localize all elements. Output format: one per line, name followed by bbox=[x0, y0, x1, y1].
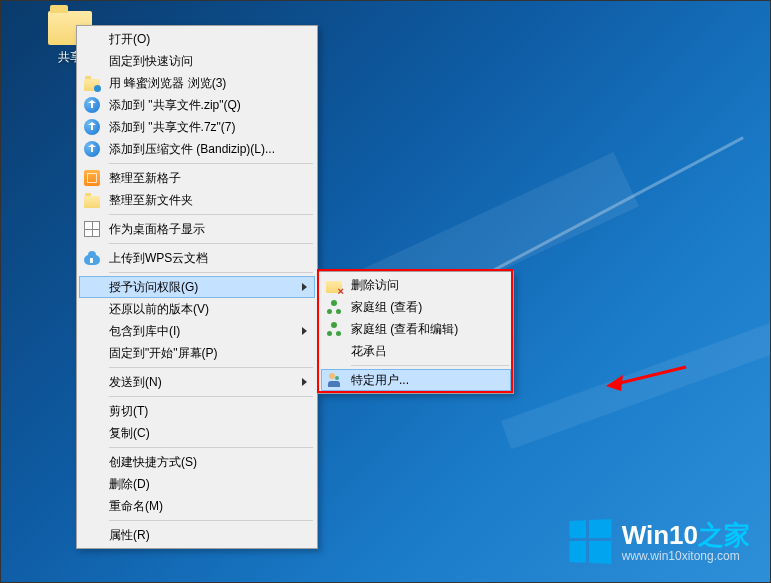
light-beam bbox=[501, 250, 771, 449]
submenu-homegroup-edit[interactable]: 家庭组 (查看和编辑) bbox=[321, 318, 511, 340]
menu-send-to[interactable]: 发送到(N) bbox=[79, 371, 315, 393]
submenu-user[interactable]: 花承吕 bbox=[321, 340, 511, 362]
homegroup-icon bbox=[326, 321, 342, 337]
windows-logo-icon bbox=[569, 519, 612, 565]
menu-open[interactable]: 打开(O) bbox=[79, 28, 315, 50]
menu-cut[interactable]: 剪切(T) bbox=[79, 400, 315, 422]
menu-separator bbox=[351, 365, 509, 366]
menu-separator bbox=[109, 163, 313, 164]
menu-add-archive[interactable]: 添加到压缩文件 (Bandizip)(L)... bbox=[79, 138, 315, 160]
homegroup-icon bbox=[326, 299, 342, 315]
menu-separator bbox=[109, 367, 313, 368]
submenu-remove-access[interactable]: 删除访问 bbox=[321, 274, 511, 296]
submenu-specific-users[interactable]: 特定用户... bbox=[321, 369, 511, 391]
watermark: Win10之家 www.win10xitong.com bbox=[568, 520, 750, 564]
menu-delete[interactable]: 删除(D) bbox=[79, 473, 315, 495]
menu-upload-wps[interactable]: 上传到WPS云文档 bbox=[79, 247, 315, 269]
browser-icon bbox=[84, 79, 100, 91]
menu-include-library[interactable]: 包含到库中(I) bbox=[79, 320, 315, 342]
menu-restore-previous[interactable]: 还原以前的版本(V) bbox=[79, 298, 315, 320]
menu-rename[interactable]: 重命名(M) bbox=[79, 495, 315, 517]
menu-copy[interactable]: 复制(C) bbox=[79, 422, 315, 444]
menu-create-shortcut[interactable]: 创建快捷方式(S) bbox=[79, 451, 315, 473]
grant-access-submenu: 删除访问 家庭组 (查看) 家庭组 (查看和编辑) 花承吕 特定用户... bbox=[318, 271, 514, 394]
context-menu: 打开(O) 固定到快速访问 用 蜂蜜浏览器 浏览(3) 添加到 "共享文件.zi… bbox=[76, 25, 318, 549]
menu-separator bbox=[109, 272, 313, 273]
menu-pin-start[interactable]: 固定到"开始"屏幕(P) bbox=[79, 342, 315, 364]
cloud-icon bbox=[84, 255, 100, 265]
menu-add-7z[interactable]: 添加到 "共享文件.7z"(7) bbox=[79, 116, 315, 138]
menu-properties[interactable]: 属性(R) bbox=[79, 524, 315, 546]
menu-separator bbox=[109, 520, 313, 521]
menu-add-zip[interactable]: 添加到 "共享文件.zip"(Q) bbox=[79, 94, 315, 116]
archive-icon bbox=[84, 119, 100, 135]
menu-browse-honey[interactable]: 用 蜂蜜浏览器 浏览(3) bbox=[79, 72, 315, 94]
menu-grant-access[interactable]: 授予访问权限(G) bbox=[79, 276, 315, 298]
grid-icon bbox=[84, 170, 100, 186]
menu-separator bbox=[109, 447, 313, 448]
folder-icon bbox=[84, 196, 100, 208]
archive-icon bbox=[84, 141, 100, 157]
grid-icon bbox=[84, 221, 100, 237]
submenu-arrow-icon bbox=[302, 327, 307, 335]
menu-show-as-grid[interactable]: 作为桌面格子显示 bbox=[79, 218, 315, 240]
menu-separator bbox=[109, 396, 313, 397]
menu-separator bbox=[109, 214, 313, 215]
menu-pin-quick-access[interactable]: 固定到快速访问 bbox=[79, 50, 315, 72]
submenu-arrow-icon bbox=[302, 378, 307, 386]
archive-icon bbox=[84, 97, 100, 113]
menu-tidy-grid[interactable]: 整理至新格子 bbox=[79, 167, 315, 189]
watermark-url: www.win10xitong.com bbox=[622, 550, 750, 563]
watermark-title: Win10之家 bbox=[622, 521, 750, 550]
menu-tidy-folder[interactable]: 整理至新文件夹 bbox=[79, 189, 315, 211]
menu-separator bbox=[109, 243, 313, 244]
remove-access-icon bbox=[326, 281, 342, 293]
submenu-arrow-icon bbox=[302, 283, 307, 291]
users-icon bbox=[326, 372, 342, 388]
submenu-homegroup-view[interactable]: 家庭组 (查看) bbox=[321, 296, 511, 318]
